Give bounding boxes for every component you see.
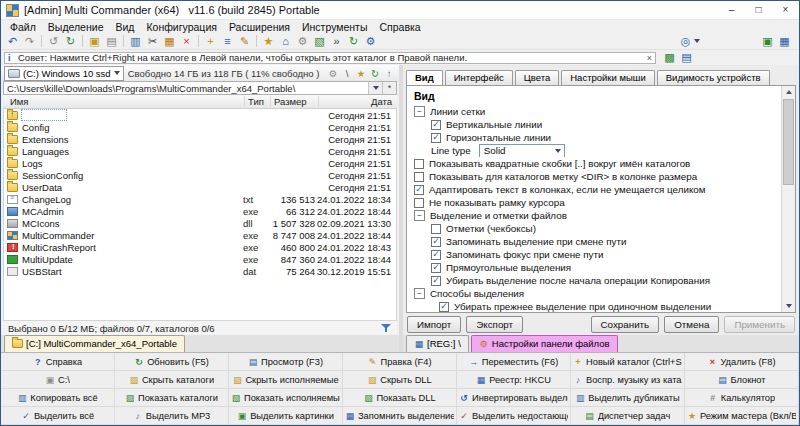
column-size[interactable]: Размер [270,96,318,107]
file-row[interactable]: MultiCrashReport exe 460 800 24.01.2022 … [4,241,396,253]
menu-configuration[interactable]: Конфигурация [140,21,222,33]
registry-panel-tab[interactable]: ▦ [REG:] \ [406,335,469,352]
collapse-icon[interactable]: − [414,106,425,117]
setting-remember-selection[interactable]: ✓ Запоминать выделение при смене пути [407,235,781,248]
panel-green-icon[interactable]: ▩ [661,50,678,65]
cancel-button[interactable]: Отмена [664,316,719,333]
export-button[interactable]: Экспорт [466,316,523,333]
checkbox[interactable] [431,224,441,234]
file-row[interactable]: MCIcons dll 1 507 328 02.09.2021 13:30 [4,217,396,229]
panel-button-help[interactable]: ?Справка [1,353,115,371]
lock-tab-icon[interactable]: ▤ [103,34,120,49]
panel-button-play-music[interactable]: ♪Воспр. музыку из каталога [571,371,685,389]
search-icon[interactable]: ◎ [677,34,694,49]
panel-button-select-mp3[interactable]: ♪Выделить MP3 [115,407,229,425]
tab-mouse[interactable]: Настройки мыши [561,70,655,85]
panel-button-registry-hkcu[interactable]: ▦Реестр: HKCU [457,371,571,389]
panel-button-remember-selection[interactable]: ▦Запомнить выделение [343,407,457,425]
path-input[interactable]: C:\Users\kille\Downloads\Programs\MultiC… [7,83,368,94]
left-panel-tab[interactable]: [C:] MultiCommander_x64_Portable [4,335,185,352]
setting-vertical-lines[interactable]: ✓ Вертикальные линии [407,118,781,131]
panel-blue-icon[interactable]: ▤ [678,50,695,65]
edit-icon[interactable]: ✎ [236,34,253,49]
file-row[interactable]: ChangeLog txt 136 513 24.01.2022 18:34 [4,193,396,205]
file-row[interactable]: MultiCommander exe 8 747 008 24.01.2022 … [4,229,396,241]
star-icon[interactable]: ★ [354,67,368,80]
menu-help[interactable]: Справка [373,21,426,33]
file-row[interactable]: Сегодня 21:51 [4,109,396,121]
view-icon[interactable]: ≡ [219,34,236,49]
minimize-button[interactable]: – [718,1,745,19]
settings-icon[interactable]: ⚙ [362,34,379,49]
tools-icon[interactable]: ⚙ [294,34,311,49]
file-row[interactable]: USBStart dat 75 264 30.12.2019 15:51 [4,265,396,277]
panel-button-hide-folders[interactable]: ▨Скрыть каталоги [115,371,229,389]
panel-button-wizard-mode[interactable]: ★Режим мастера (Вкл/Выкл) [685,407,799,425]
panel-button-notepad[interactable]: ▤Блокнот [685,371,799,389]
checkbox[interactable] [414,172,424,182]
file-row[interactable]: Extensions Сегодня 21:51 [4,133,396,145]
group-grid-lines[interactable]: − Линии сетки [407,105,781,118]
tab-interface[interactable]: Интерфейс [445,70,513,85]
panel-button-show-dll[interactable]: ▧Показать DLL [343,389,457,407]
settings-scrollbar[interactable] [781,86,795,312]
back-icon[interactable]: ↶ [4,34,21,49]
refresh-icon[interactable]: ↻ [345,34,362,49]
line-type-select[interactable]: Solid [479,144,565,157]
panel-button-show-folders[interactable]: ▧Показать каталоги [115,389,229,407]
layout-blue-icon[interactable]: ▦ [776,34,793,49]
panel-button-view[interactable]: ▤Просмотр (F3) [229,353,343,371]
setting-horizontal-lines[interactable]: ✓ Горизонтальные линии [407,131,781,144]
terminal-icon[interactable]: » [328,34,345,49]
checkbox[interactable]: ✓ [431,133,441,143]
file-row[interactable]: Languages Сегодня 21:51 [4,145,396,157]
checkbox[interactable]: ✓ [431,237,441,247]
forward-icon[interactable]: ↷ [21,34,38,49]
menu-file[interactable]: Файл [4,21,42,33]
checkbox[interactable] [414,159,424,169]
favorites-icon[interactable]: ★ [260,34,277,49]
file-row[interactable]: SessionConfig Сегодня 21:51 [4,169,396,181]
panel-button-move[interactable]: →Переместить (F6) [457,353,571,371]
tab-colors[interactable]: Цвета [515,70,559,85]
panel-button-calculator[interactable]: #Калькулятор [685,389,799,407]
tab-view[interactable]: Вид [406,70,443,86]
column-name[interactable]: Имя [7,96,244,107]
tip-close-button[interactable]: × [647,53,652,63]
save-button[interactable]: Сохранить [591,316,660,333]
panel-button-invert-selection[interactable]: ↺Инвертировать выделение [457,389,571,407]
panel-button-hide-dll[interactable]: ▨Скрыть DLL [343,371,457,389]
checkbox[interactable] [414,198,424,208]
chevron-down-icon[interactable] [694,39,700,43]
checkbox[interactable]: ✓ [431,276,441,286]
column-type[interactable]: Тип [244,96,270,107]
panel-button-edit[interactable]: ✎Правка (F4) [343,353,457,371]
file-row[interactable]: MCAdmin exe 66 312 24.01.2022 18:44 [4,205,396,217]
checkbox[interactable]: ✓ [414,185,424,195]
path-dropdown-button[interactable] [368,82,382,94]
group-selection-methods[interactable]: − Способы выделения [407,287,781,300]
file-row[interactable]: Logs Сегодня 21:51 [4,157,396,169]
panel-button-task-manager[interactable]: ▤Диспетчер задач [571,407,685,425]
setting-dir-label[interactable]: Показывать для каталогов метку <DIR> в к… [407,170,781,183]
panel-button-delete[interactable]: ×Удалить (F8) [685,353,799,371]
copy-icon[interactable]: ▥ [127,34,144,49]
collapse-icon[interactable]: − [414,288,425,299]
collapse-icon[interactable]: − [414,210,425,221]
drive-selector[interactable]: (C:) Windows 10 ssd [4,66,124,81]
checkbox[interactable]: ✓ [439,302,449,312]
panel-button-show-executables[interactable]: ▧Показать исполняемые [229,389,343,407]
column-date[interactable]: Дата [318,96,394,107]
menu-extensions[interactable]: Расширения [223,21,296,33]
group-file-selection[interactable]: − Выделение и отметки файлов [407,209,781,222]
setting-clear-after-copy[interactable]: ✓ Убирать выделение после начала операци… [407,274,781,287]
setting-square-brackets[interactable]: Показывать квадратные скобки [..] вокруг… [407,157,781,170]
scrollbar-thumb[interactable] [783,99,794,185]
setting-adapt-text[interactable]: ✓ Адаптировать текст в колонках, если не… [407,183,781,196]
panel-button-new-folder[interactable]: +Новый каталог (Ctrl+Shift+Alt+) [571,353,685,371]
file-row[interactable]: UserData Сегодня 21:51 [4,181,396,193]
setting-no-cursor-frame[interactable]: Не показывать рамку курсора [407,196,781,209]
checkbox[interactable]: ✓ [431,250,441,260]
undo-icon[interactable]: ↺ [45,34,62,49]
new-folder-icon[interactable]: + [202,34,219,49]
